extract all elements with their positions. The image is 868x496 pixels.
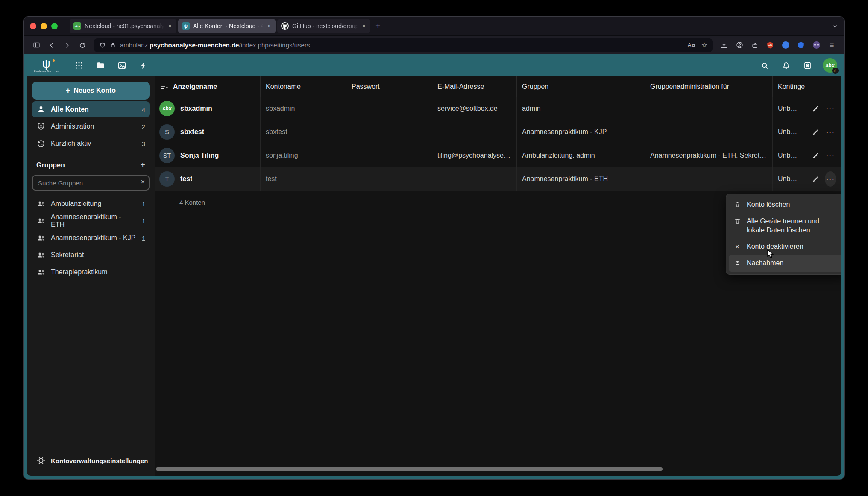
tab-close-icon[interactable]: × bbox=[267, 22, 272, 30]
group-search-input[interactable] bbox=[32, 175, 150, 191]
app-files-icon[interactable] bbox=[90, 54, 111, 76]
sidebar-item-kuerzlich-aktiv[interactable]: Kürzlich aktiv 3 bbox=[32, 135, 150, 152]
groups-cell: Ambulanzleitung, admin bbox=[516, 144, 645, 167]
display-name: sbxadmin bbox=[180, 105, 212, 112]
menu-item-wipe-devices[interactable]: Alle Geräte trennen und lokale Daten lös… bbox=[729, 213, 841, 239]
app-frame: + Neues Konto Alle Konten 4 Administrati… bbox=[27, 76, 841, 476]
url-bar-actions: A⇄ ☆ bbox=[688, 41, 707, 49]
nextcloud-favicon: ψ bbox=[182, 22, 190, 30]
extension-icon-blue-circle[interactable] bbox=[778, 38, 793, 52]
tab-close-icon[interactable]: × bbox=[167, 22, 173, 30]
group-users-icon bbox=[36, 233, 46, 243]
traffic-lights bbox=[30, 23, 58, 29]
sidebar-item-count: 2 bbox=[142, 123, 145, 130]
sidebar-group-anamnesen-eth[interactable]: Anamnesenpraktikum - ETH 1 bbox=[32, 213, 150, 229]
menu-hamburger-icon[interactable]: ≡ bbox=[824, 38, 839, 52]
ublock-origin-icon[interactable]: uO bbox=[763, 38, 777, 52]
sidebar-item-administration[interactable]: Administration 2 bbox=[32, 118, 150, 135]
tab-nextcloud-nc01[interactable]: sbx Nextcloud - nc01.psychoanalyse × bbox=[70, 19, 176, 33]
email-cell: tiling@psychoanalyse-m… bbox=[432, 144, 516, 167]
table-row-sonja-tiling[interactable]: ST Sonja Tiling sonja.tiling tiling@psyc… bbox=[155, 144, 841, 167]
sidebar-item-label: Kürzlich aktiv bbox=[51, 140, 91, 147]
nextcloud-header: ψ Akademie München sbx bbox=[24, 54, 844, 76]
app-activity-icon[interactable] bbox=[132, 54, 154, 76]
nextcloud-logo[interactable]: ψ Akademie München bbox=[28, 58, 64, 73]
table-row-sbxadmin[interactable]: sbx sbxadmin sbxadmin service@softbox.de… bbox=[155, 97, 841, 120]
edit-pencil-icon[interactable] bbox=[810, 124, 821, 140]
edit-pencil-icon[interactable] bbox=[810, 101, 821, 116]
new-account-button[interactable]: + Neues Konto bbox=[32, 82, 150, 100]
tab-close-icon[interactable]: × bbox=[361, 22, 367, 30]
navigation-toolbar: ambulanz. psychoanalyse-muenchen.de /ind… bbox=[24, 35, 844, 54]
menu-item-label: Nachahmen bbox=[747, 259, 783, 268]
more-actions-icon[interactable]: ⋯ bbox=[825, 101, 836, 116]
tracking-shield-icon[interactable] bbox=[99, 42, 106, 49]
search-icon[interactable] bbox=[755, 56, 774, 75]
table-row-sbxtest[interactable]: S sbxtest sbxtest Anamnesenpraktikum - K… bbox=[155, 120, 841, 144]
translate-icon[interactable]: A⇄ bbox=[688, 42, 695, 48]
email-cell bbox=[432, 167, 516, 191]
quota-cell: Unbegrenzt bbox=[772, 167, 805, 191]
account-icon[interactable] bbox=[732, 38, 747, 52]
account-settings-button[interactable]: Kontoverwaltungseinstellungen bbox=[32, 452, 150, 469]
url-domain: psychoanalyse-muenchen.de bbox=[150, 41, 239, 49]
column-header-kontingent: Kontingent bbox=[772, 76, 805, 97]
sidebar-group-ambulanzleitung[interactable]: Ambulanzleitung 1 bbox=[32, 196, 150, 212]
menu-item-delete-account[interactable]: Konto löschen bbox=[729, 197, 841, 213]
column-header-passwort: Passwort bbox=[346, 76, 432, 97]
downloads-icon[interactable] bbox=[717, 38, 731, 52]
sidebar-group-sekretariat[interactable]: Sekretariat bbox=[32, 247, 150, 263]
app-photos-icon[interactable] bbox=[111, 54, 132, 76]
sidebar-item-count: 3 bbox=[142, 140, 145, 147]
sidebar-item-alle-konten[interactable]: Alle Konten 4 bbox=[32, 101, 150, 117]
avatar: T bbox=[159, 171, 175, 187]
url-bar[interactable]: ambulanz. psychoanalyse-muenchen.de /ind… bbox=[94, 38, 713, 52]
logo-accent-dot bbox=[53, 59, 55, 62]
menu-item-disable-account[interactable]: × Konto deaktivieren bbox=[729, 238, 841, 255]
clear-search-icon[interactable]: × bbox=[141, 178, 145, 186]
extension-icon-blue-shield[interactable] bbox=[794, 38, 808, 52]
column-header-anzeigename[interactable]: Anzeigename bbox=[155, 76, 260, 97]
sbx-favicon: sbx bbox=[73, 22, 81, 30]
user-avatar[interactable]: sbx ☾ bbox=[823, 58, 837, 73]
sidebar-toggle-icon[interactable] bbox=[29, 38, 44, 52]
contacts-icon[interactable] bbox=[798, 56, 817, 75]
column-header-email: E-Mail-Adresse bbox=[432, 76, 516, 97]
history-clock-icon bbox=[36, 139, 46, 148]
more-actions-icon[interactable]: ⋯ bbox=[825, 124, 836, 140]
more-actions-icon[interactable]: ⋯ bbox=[825, 148, 836, 163]
app-dashboard-icon[interactable] bbox=[68, 54, 90, 76]
group-count: 1 bbox=[142, 235, 145, 242]
sidebar-group-therapiepraktikum[interactable]: Therapiepraktikum bbox=[32, 264, 150, 280]
column-header-gruppen: Gruppen bbox=[516, 76, 645, 97]
more-actions-icon[interactable]: ⋯ bbox=[825, 171, 836, 187]
table-row-test[interactable]: T test test Anamnesenpraktikum - ETH Unb… bbox=[155, 167, 841, 191]
sidebar-group-anamnesen-kjp[interactable]: Anamnesenpraktikum - KJP 1 bbox=[32, 230, 150, 246]
extensions-puzzle-icon[interactable] bbox=[748, 38, 762, 52]
groups-cell: Anamnesenpraktikum - ETH bbox=[516, 167, 645, 191]
back-icon[interactable] bbox=[44, 38, 59, 52]
horizontal-scrollbar[interactable] bbox=[156, 467, 663, 471]
extension-icon-purple[interactable] bbox=[809, 38, 824, 52]
trash-icon bbox=[733, 217, 742, 225]
reload-icon[interactable] bbox=[75, 38, 90, 52]
forward-icon[interactable] bbox=[60, 38, 74, 52]
edit-pencil-icon[interactable] bbox=[810, 171, 821, 187]
account-name-cell: sbxtest bbox=[260, 120, 346, 144]
email-cell: service@softbox.de bbox=[432, 97, 516, 120]
lock-icon[interactable] bbox=[110, 42, 116, 48]
quota-cell: Unbegrenzt bbox=[772, 144, 805, 167]
tab-alle-konten[interactable]: ψ Alle Konten - Nextcloud - Ambul × bbox=[178, 19, 276, 33]
bookmark-star-icon[interactable]: ☆ bbox=[701, 41, 707, 49]
tab-github[interactable]: GitHub - nextcloud/groupfolders × bbox=[277, 19, 370, 33]
list-all-tabs-icon[interactable] bbox=[831, 23, 838, 29]
minimize-window-button[interactable] bbox=[41, 23, 47, 29]
edit-pencil-icon[interactable] bbox=[810, 148, 821, 163]
sort-icon[interactable] bbox=[160, 82, 169, 91]
menu-item-impersonate[interactable]: Nachahmen bbox=[729, 255, 841, 272]
add-group-icon[interactable]: + bbox=[140, 160, 145, 170]
close-window-button[interactable] bbox=[30, 23, 36, 29]
notifications-bell-icon[interactable] bbox=[777, 56, 795, 75]
zoom-window-button[interactable] bbox=[51, 23, 58, 29]
new-tab-button[interactable]: + bbox=[370, 21, 386, 31]
